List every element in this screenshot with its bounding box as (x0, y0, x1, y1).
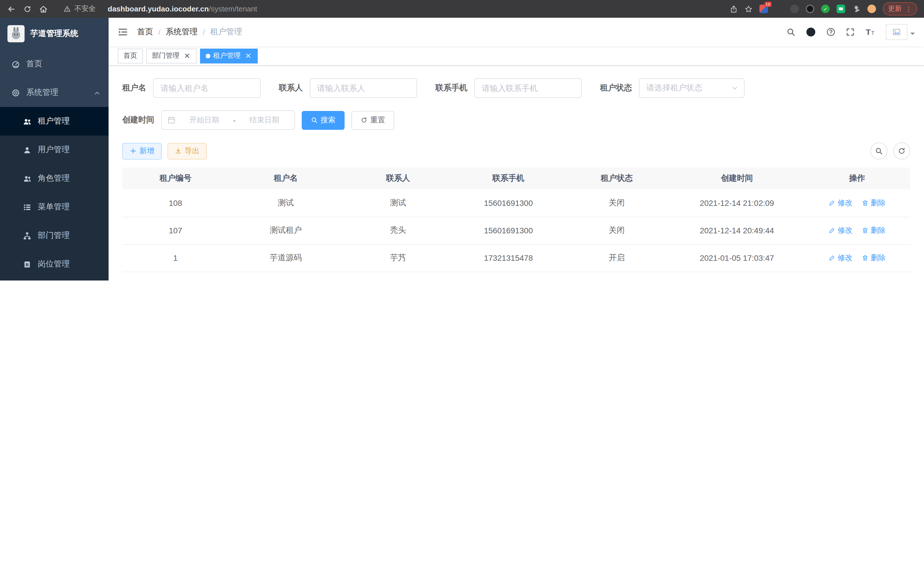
header-search-icon[interactable] (786, 27, 795, 37)
extension-dark-icon[interactable] (790, 5, 799, 13)
sidebar-toggle-icon[interactable] (118, 27, 128, 37)
sidebar-item-tenant[interactable]: 租户管理 (0, 107, 109, 135)
extension-green-circle-icon[interactable]: ✓ (821, 5, 830, 13)
export-button[interactable]: 导出 (167, 143, 207, 159)
org-tree-icon (23, 231, 32, 240)
sidebar-item-user[interactable]: 用户管理 (0, 135, 109, 164)
browser-chrome: 不安全 dashboard.yudao.iocoder.cn/system/te… (0, 0, 924, 18)
edit-icon (829, 200, 836, 206)
sidebar-item-label: 菜单管理 (38, 202, 70, 212)
tab-close-icon[interactable] (244, 52, 252, 59)
edit-label: 修改 (838, 198, 853, 208)
edit-link[interactable]: 修改 (829, 225, 853, 236)
edit-link[interactable]: 修改 (829, 253, 853, 263)
sidebar-item-role[interactable]: 角色管理 (0, 164, 109, 193)
tab-tenant-manage[interactable]: 租户管理 (200, 48, 258, 63)
browser-update-button[interactable]: 更新 ⋮ (883, 2, 917, 15)
sidebar-item-system[interactable]: 系统管理 (0, 78, 109, 107)
browser-menu-icon[interactable]: ⋮ (905, 5, 912, 13)
fullscreen-icon[interactable] (846, 27, 855, 37)
delete-link[interactable]: 删除 (862, 253, 886, 263)
edit-label: 修改 (838, 225, 853, 236)
add-button[interactable]: 新增 (122, 143, 162, 159)
delete-link[interactable]: 删除 (862, 198, 886, 208)
search-button[interactable]: 搜索 (302, 111, 345, 129)
sidebar-item-home[interactable]: 首页 (0, 50, 109, 78)
edit-link[interactable]: 修改 (829, 198, 853, 208)
delete-label: 删除 (871, 225, 886, 236)
user-icon (23, 146, 32, 154)
table-toolbar: 新增 导出 (122, 142, 910, 159)
help-icon[interactable] (826, 27, 836, 37)
site-security[interactable]: 不安全 (63, 4, 96, 14)
refresh-table-button[interactable] (893, 142, 910, 159)
user-avatar-menu[interactable] (886, 24, 915, 40)
filter-row-1: 租户名 联系人 联系手机 租户状态 请选择租户状态 (122, 78, 910, 98)
bookmark-star-icon[interactable] (745, 5, 753, 13)
chevron-down-icon (731, 85, 738, 92)
breadcrumb-item: 租户管理 (210, 27, 242, 37)
dashboard-icon (11, 60, 20, 68)
column-header-4: 租户状态 (563, 168, 670, 189)
navbar-actions: TT (786, 24, 915, 40)
delete-label: 删除 (871, 253, 886, 263)
trash-icon (862, 227, 868, 234)
extensions-puzzle-icon[interactable] (852, 5, 861, 13)
contact-label: 联系人 (279, 83, 303, 93)
table-body: 108测试测试15601691300关闭2021-12-14 21:02:09修… (122, 189, 910, 272)
delete-label: 删除 (871, 198, 886, 208)
browser-back-icon[interactable] (7, 4, 16, 14)
tab-dept-manage[interactable]: 部门管理 (146, 48, 196, 63)
sidebar-item-menu[interactable]: 菜单管理 (0, 193, 109, 221)
contact-input[interactable] (310, 78, 417, 98)
extension-green-square-icon[interactable] (837, 5, 845, 13)
cell-created: 2021-01-05 17:03:47 (670, 244, 804, 272)
cell-contact: 测试 (343, 189, 453, 217)
avatar (886, 24, 908, 40)
cell-phone: 15601691300 (453, 189, 563, 217)
sidebar-item-dept[interactable]: 部门管理 (0, 221, 109, 250)
active-tab-dot (206, 53, 210, 58)
browser-actions: 10 ✓ 更新 ⋮ (730, 2, 917, 15)
extension-badge: 10 (764, 2, 771, 7)
sidebar-item-dict[interactable]: 字典管理 (0, 278, 109, 281)
tab-home[interactable]: 首页 (118, 48, 143, 63)
extension-blue-icon[interactable] (775, 5, 783, 13)
browser-profile-avatar[interactable] (867, 5, 876, 13)
delete-link[interactable]: 删除 (862, 225, 886, 236)
create-time-range-picker[interactable]: 开始日期 - 结束日期 (161, 110, 295, 130)
cell-name: 芋道源码 (229, 244, 343, 272)
main-content: 首页/系统管理/租户管理 TT 首页部门管理租户管理 (109, 18, 924, 281)
reset-button[interactable]: 重置 (351, 111, 394, 129)
role-icon (23, 174, 32, 183)
cell-id: 1 (122, 244, 229, 272)
toggle-search-button[interactable] (870, 142, 887, 159)
font-size-icon[interactable]: TT (865, 27, 875, 37)
breadcrumb-item[interactable]: 首页 (137, 27, 153, 37)
sidebar-item-post[interactable]: B岗位管理 (0, 250, 109, 278)
phone-input[interactable] (474, 78, 582, 98)
extension-ring-icon[interactable] (806, 5, 814, 13)
browser-reload-icon[interactable] (23, 5, 32, 13)
tenant-name-input[interactable] (153, 78, 261, 98)
breadcrumb-item[interactable]: 系统管理 (166, 27, 198, 37)
cell-id: 107 (122, 217, 229, 244)
url-path: /system/tenant (209, 5, 257, 13)
status-label: 租户状态 (600, 83, 632, 93)
app-logo[interactable]: 芋道管理系统 (0, 18, 109, 50)
search-button-label: 搜索 (321, 115, 335, 125)
extension-adblock-icon[interactable]: 10 (759, 5, 768, 13)
cell-status: 开启 (563, 244, 670, 272)
screen: 不安全 dashboard.yudao.iocoder.cn/system/te… (0, 0, 924, 281)
tab-close-icon[interactable] (183, 52, 191, 59)
github-icon[interactable] (806, 27, 816, 37)
share-icon[interactable] (730, 5, 738, 13)
cell-operations: 修改删除 (804, 217, 910, 244)
address-bar[interactable]: dashboard.yudao.iocoder.cn/system/tenant (108, 5, 257, 13)
chevron-up-icon (94, 89, 100, 96)
sidebar-item-label: 角色管理 (38, 173, 70, 183)
tenant-status-select[interactable]: 请选择租户状态 (639, 78, 745, 98)
edit-icon (829, 227, 836, 234)
table-tools (870, 142, 910, 159)
browser-home-icon[interactable] (39, 4, 48, 14)
